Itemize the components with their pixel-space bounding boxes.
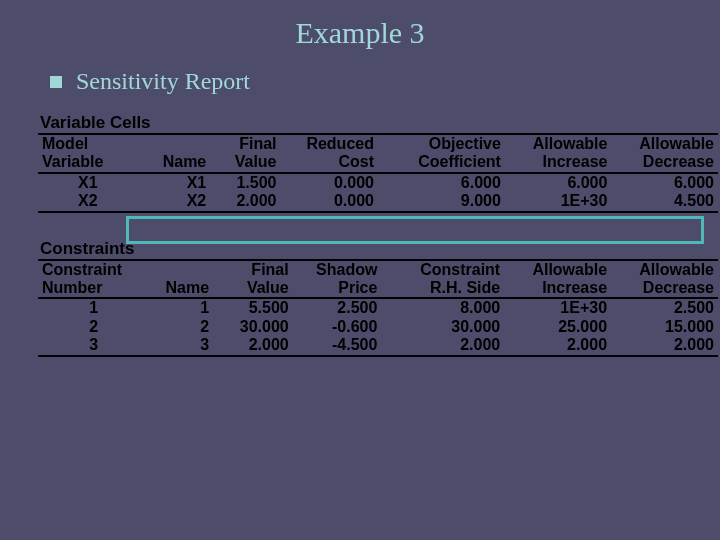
th: Cost	[281, 153, 378, 172]
constraints-head: Constraint Final Shadow Constraint Allow…	[38, 260, 718, 299]
cell: 5.500	[213, 298, 293, 317]
constraints-table: Constraint Final Shadow Constraint Allow…	[38, 259, 718, 357]
cell: 1	[149, 298, 213, 317]
cell: 2.000	[390, 336, 504, 355]
th: Allowable	[504, 260, 611, 279]
cell: 6.000	[611, 173, 718, 192]
cell: X2	[138, 192, 211, 211]
cell: X2	[38, 192, 138, 211]
cell: 25.000	[504, 318, 611, 336]
cell: 2	[38, 318, 149, 336]
th: Number	[38, 279, 149, 298]
subtitle: Sensitivity Report	[76, 68, 250, 95]
th: Decrease	[611, 279, 718, 298]
th: Allowable	[505, 134, 612, 153]
cell: 9.000	[387, 192, 505, 211]
table-row: 2 2 30.000 -0.600 30.000 25.000 15.000	[38, 318, 718, 336]
th: Objective	[387, 134, 505, 153]
cell: 6.000	[505, 173, 612, 192]
variable-cells-table: Model Final Reduced Objective Allowable …	[38, 133, 718, 213]
cell: 2.500	[293, 298, 382, 317]
th: Variable	[38, 153, 138, 172]
th: Allowable	[611, 260, 718, 279]
th: Price	[293, 279, 382, 298]
th: Reduced	[281, 134, 378, 153]
cell: 1.500	[210, 173, 280, 192]
cell: 3	[149, 336, 213, 355]
section-label-constraints: Constraints	[40, 239, 700, 259]
th: Increase	[504, 279, 611, 298]
page-title: Example 3	[20, 16, 700, 50]
cell: 2.500	[611, 298, 718, 317]
th: Final	[213, 260, 293, 279]
th	[149, 260, 213, 279]
th: R.H. Side	[390, 279, 504, 298]
th: Allowable	[611, 134, 718, 153]
cell: 2.000	[210, 192, 280, 211]
bullet-icon	[50, 76, 62, 88]
slide: Example 3 Sensitivity Report Variable Ce…	[0, 0, 720, 540]
th: Decrease	[611, 153, 718, 172]
cell: 4.500	[611, 192, 718, 211]
th: Coefficient	[387, 153, 505, 172]
cell: 30.000	[213, 318, 293, 336]
cell: X1	[138, 173, 211, 192]
cell: -4.500	[293, 336, 382, 355]
subtitle-row: Sensitivity Report	[50, 68, 700, 95]
cell: 0.000	[281, 192, 378, 211]
variable-cells-head: Model Final Reduced Objective Allowable …	[38, 134, 718, 173]
th: Name	[149, 279, 213, 298]
table-row: 3 3 2.000 -4.500 2.000 2.000 2.000	[38, 336, 718, 355]
cell: 2	[149, 318, 213, 336]
cell: 1	[38, 298, 149, 317]
th: Value	[213, 279, 293, 298]
th: Model	[38, 134, 138, 153]
cell: -0.600	[293, 318, 382, 336]
cell: 8.000	[390, 298, 504, 317]
th: Final	[210, 134, 280, 153]
cell: 30.000	[390, 318, 504, 336]
cell: 0.000	[281, 173, 378, 192]
th: Shadow	[293, 260, 382, 279]
table-row: 1 1 5.500 2.500 8.000 1E+30 2.500	[38, 298, 718, 317]
th	[138, 134, 211, 153]
cell: 2.000	[213, 336, 293, 355]
cell: 2.000	[611, 336, 718, 355]
table-row: X2 X2 2.000 0.000 9.000 1E+30 4.500	[38, 192, 718, 211]
th: Constraint	[390, 260, 504, 279]
th: Value	[210, 153, 280, 172]
th: Name	[138, 153, 211, 172]
th: Constraint	[38, 260, 149, 279]
section-label-variable-cells: Variable Cells	[40, 113, 700, 133]
cell: 1E+30	[505, 192, 612, 211]
cell: 1E+30	[504, 298, 611, 317]
cell: 6.000	[387, 173, 505, 192]
th: Increase	[505, 153, 612, 172]
cell: 15.000	[611, 318, 718, 336]
cell: X1	[38, 173, 138, 192]
cell: 3	[38, 336, 149, 355]
cell: 2.000	[504, 336, 611, 355]
table-row: X1 X1 1.500 0.000 6.000 6.000 6.000	[38, 173, 718, 192]
